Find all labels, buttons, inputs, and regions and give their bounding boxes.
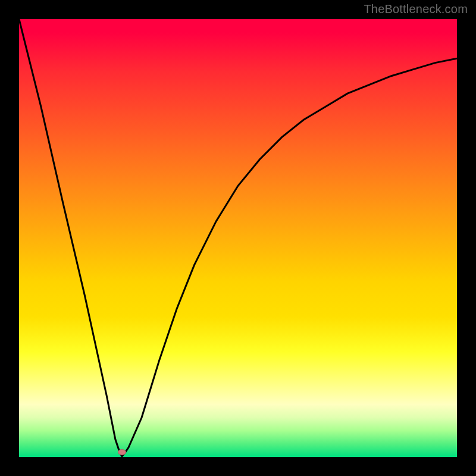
credit-label: TheBottleneck.com bbox=[364, 2, 468, 16]
curve-path bbox=[19, 19, 457, 456]
optimum-marker bbox=[118, 449, 126, 455]
chart-frame: TheBottleneck.com bbox=[0, 0, 476, 476]
bottleneck-curve bbox=[19, 19, 457, 457]
plot-area bbox=[19, 19, 457, 457]
